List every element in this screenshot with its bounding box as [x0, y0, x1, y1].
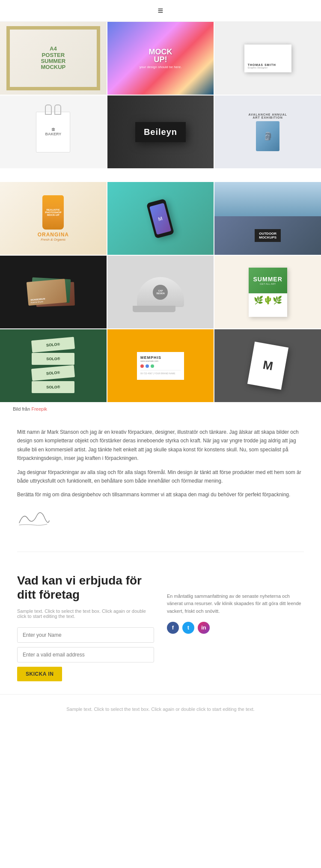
offer-title: Vad kan vi erbjuda för ditt företag [17, 573, 154, 602]
cap-badge: CAPDESIGN [153, 285, 168, 300]
email-input[interactable] [17, 647, 154, 662]
memphis-contact: 00-722-4567 | YOUR BRAND NAME [140, 370, 181, 375]
gallery-cell-outdoor[interactable]: OUTDOORMOCKUPS [214, 182, 321, 255]
orange-label: REALISTICPHOTOSHOPMOCK-UP [45, 209, 61, 216]
card-name: THOMAS SMITH [248, 63, 276, 66]
solo-card-2: SOLO® [32, 353, 74, 365]
bcard-1: WONDERBUMKarina Dryse [27, 279, 67, 306]
gallery-cell-letter[interactable]: M [214, 329, 321, 402]
gallery-cell-businesscards[interactable]: WONDERBUMKarina Dryse [0, 256, 107, 328]
orangina-text: ORANGINA [38, 232, 69, 238]
solo-card-4: SOLO® [32, 381, 74, 393]
gallery-cell-billboard[interactable]: MOCKUP! your design should be here. [107, 22, 214, 95]
billboard-sub: your design should be here. [140, 65, 182, 69]
card-title: Graphic Designer [248, 66, 268, 69]
memphis-dots [140, 364, 181, 368]
about-paragraph-1: Mitt namn är Mark Stanson och jag är en … [17, 428, 304, 463]
gallery-row-4: WONDERBUMKarina Dryse CAPDESIGN SUMMER G… [0, 256, 321, 328]
section-divider [17, 552, 304, 552]
exhibition-art: 🗿 [256, 121, 279, 151]
offer-right: En måntatlig sammanfattning av de senast… [167, 573, 304, 681]
offer-right-desc: En måntatlig sammanfattning av de senast… [167, 593, 304, 615]
bag-logo: 🏚BAKERY [45, 128, 61, 136]
sign-text: Beileyn [144, 127, 177, 137]
letter-sheet: M [247, 342, 288, 390]
gallery-cell-orangina[interactable]: REALISTICPHOTOSHOPMOCK-UP ORANGINA Fresh… [0, 182, 107, 255]
phone-shape: M [146, 198, 174, 239]
about-paragraph-3: Berätta för mig om dina designbehov och … [17, 490, 304, 499]
bcard-text: WONDERBUMKarina Dryse [30, 297, 45, 304]
gallery-cell-poster[interactable]: A4POSTERSUMMERMOCKUP [0, 22, 107, 95]
mdot-3 [151, 364, 154, 368]
gallery-cell-cap[interactable]: CAPDESIGN [107, 256, 214, 328]
summer-frame: SUMMER GET ALL ART 🌿🌵🌿 [249, 268, 287, 317]
about-section: Mitt namn är Mark Stanson och jag är en … [0, 415, 321, 543]
phone-screen: M [149, 203, 171, 235]
instagram-icon[interactable]: in [198, 622, 210, 634]
solo-card-3: SOLO® [31, 365, 75, 381]
cards-pile: WONDERBUMKarina Dryse [27, 276, 79, 308]
building: OUTDOORMOCKUPS [214, 216, 321, 255]
cap-shape: CAPDESIGN [137, 277, 184, 307]
caption-prefix: Bild från [13, 406, 31, 412]
summer-top: SUMMER GET ALL ART [249, 268, 287, 293]
summer-plants: 🌿🌵🌿 [249, 293, 287, 307]
gallery-row-2: 🏚BAKERY Beileyn AVALANCHE ANNUALART EXHI… [0, 95, 321, 168]
bag-shape: 🏚BAKERY [36, 112, 70, 152]
facebook-icon[interactable]: f [167, 622, 179, 634]
name-input[interactable] [17, 627, 154, 643]
offer-left: Vad kan vi erbjuda för ditt företag Samp… [17, 573, 154, 681]
billboard-title: MOCKUP! [149, 48, 172, 63]
gallery-cell-bag[interactable]: 🏚BAKERY [0, 95, 107, 168]
gallery-cell-sign[interactable]: Beileyn [107, 95, 214, 168]
gallery-spacer [0, 169, 321, 182]
exhibition-art-icon: 🗿 [263, 131, 273, 141]
gallery-cell-solo[interactable]: SOLO® SOLO® SOLO® SOLO® [0, 329, 107, 402]
social-icons: f t in [167, 622, 304, 634]
orange-bottle: REALISTICPHOTOSHOPMOCK-UP [42, 195, 64, 230]
gallery-cell-phone[interactable]: M [107, 182, 214, 255]
gallery-cell-exhibition[interactable]: AVALANCHE ANNUALART EXHIBITION 🗿 [214, 95, 321, 168]
poster-title: A4POSTERSUMMERMOCKUP [41, 46, 65, 70]
card-stack: THOMAS SMITH Graphic Designer [244, 45, 291, 72]
gallery-section: A4POSTERSUMMERMOCKUP MOCKUP! your design… [0, 22, 321, 415]
caption-link[interactable]: Freepik [31, 406, 47, 412]
footer: Sample text. Click to select the text bo… [0, 694, 321, 724]
orangina-sub: Fresh & Organic [41, 238, 65, 242]
mdot-2 [146, 364, 149, 368]
gallery-cell-memphis[interactable]: MEMPHIS www.axamate.com 00-722-4567 | YO… [107, 329, 214, 402]
twitter-icon[interactable]: t [182, 622, 194, 634]
exhibition-title: AVALANCHE ANNUALART EXHIBITION [249, 113, 287, 119]
gallery-cell-summer[interactable]: SUMMER GET ALL ART 🌿🌵🌿 [214, 256, 321, 328]
about-paragraph-2: Jag designar förpackningar av alla slag … [17, 468, 304, 486]
menu-icon[interactable]: ≡ [158, 5, 163, 16]
gallery-caption: Bild från Freepik [0, 403, 321, 415]
sign-box: Beileyn [135, 122, 186, 142]
gallery-row-5: SOLO® SOLO® SOLO® SOLO® MEMPHIS www.axam… [0, 329, 321, 402]
mdot-1 [140, 364, 144, 368]
offer-section: Vad kan vi erbjuda för ditt företag Samp… [0, 561, 321, 694]
gallery-cell-businesscard[interactable]: THOMAS SMITH Graphic Designer [214, 22, 321, 95]
solo-card-1: SOLO® [31, 337, 75, 352]
outdoor-sign: OUTDOORMOCKUPS [255, 229, 281, 242]
gallery-row-1: A4POSTERSUMMERMOCKUP MOCKUP! your design… [0, 22, 321, 95]
offer-sample-text: Sample text. Click to select the text bo… [17, 608, 154, 619]
summer-word: SUMMER [253, 276, 282, 283]
signature [17, 510, 304, 530]
memphis-card: MEMPHIS www.axamate.com 00-722-4567 | YO… [137, 352, 184, 380]
header: ≡ [0, 0, 321, 22]
memphis-sub: www.axamate.com [140, 360, 181, 362]
submit-button[interactable]: SKICKA IN [17, 667, 62, 681]
memphis-title: MEMPHIS [140, 355, 181, 360]
footer-text: Sample text. Click to select the text bo… [66, 707, 255, 712]
gallery-row-3: REALISTICPHOTOSHOPMOCK-UP ORANGINA Fresh… [0, 182, 321, 255]
